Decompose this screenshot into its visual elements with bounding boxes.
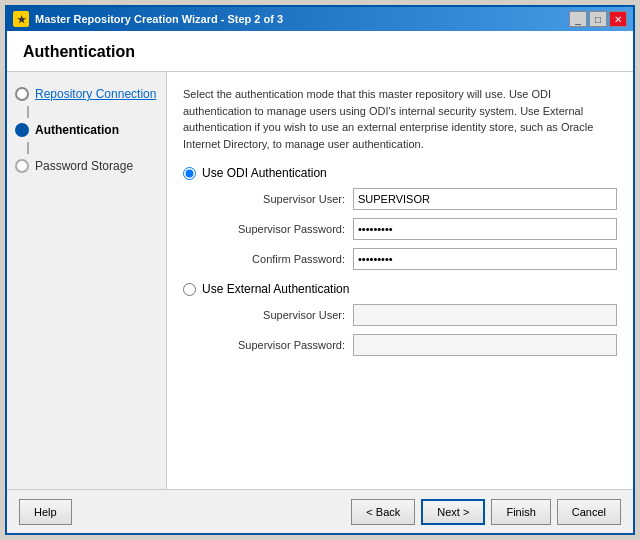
sidebar-label-authentication: Authentication (35, 123, 119, 137)
window-icon: ★ (13, 11, 29, 27)
sidebar-item-authentication[interactable]: Authentication (7, 118, 166, 142)
help-button[interactable]: Help (19, 499, 72, 525)
ext-supervisor-password-group: Supervisor Password: (183, 334, 617, 356)
odi-supervisor-password-label: Supervisor Password: (203, 223, 353, 235)
external-auth-radio-label[interactable]: Use External Authentication (183, 282, 617, 296)
odi-confirm-password-input[interactable] (353, 248, 617, 270)
step-icon-password (15, 159, 29, 173)
odi-auth-label: Use ODI Authentication (202, 166, 327, 180)
ext-supervisor-user-input[interactable] (353, 304, 617, 326)
content-area: Repository Connection Authentication Pas… (7, 72, 633, 489)
main-content: Select the authentication mode that this… (167, 72, 633, 489)
next-button[interactable]: Next > (421, 499, 485, 525)
minimize-button[interactable]: _ (569, 11, 587, 27)
window-title: Master Repository Creation Wizard - Step… (35, 13, 283, 25)
odi-auth-section: Use ODI Authentication Supervisor User: … (183, 166, 617, 270)
odi-supervisor-password-group: Supervisor Password: (183, 218, 617, 240)
sidebar-item-repository-connection[interactable]: Repository Connection (7, 82, 166, 106)
odi-supervisor-user-input[interactable] (353, 188, 617, 210)
maximize-button[interactable]: □ (589, 11, 607, 27)
page-title: Authentication (23, 43, 617, 61)
external-auth-radio[interactable] (183, 283, 196, 296)
title-controls: _ □ ✕ (569, 11, 627, 27)
back-button[interactable]: < Back (351, 499, 415, 525)
finish-button[interactable]: Finish (491, 499, 550, 525)
footer: Help < Back Next > Finish Cancel (7, 489, 633, 533)
ext-supervisor-user-label: Supervisor User: (203, 309, 353, 321)
sidebar-item-password-storage[interactable]: Password Storage (7, 154, 166, 178)
sidebar-label-password: Password Storage (35, 159, 133, 173)
wizard-window: ★ Master Repository Creation Wizard - St… (5, 5, 635, 535)
sidebar: Repository Connection Authentication Pas… (7, 72, 167, 489)
external-auth-label: Use External Authentication (202, 282, 349, 296)
ext-supervisor-user-group: Supervisor User: (183, 304, 617, 326)
page-header: Authentication (7, 31, 633, 72)
odi-supervisor-password-input[interactable] (353, 218, 617, 240)
close-button[interactable]: ✕ (609, 11, 627, 27)
ext-supervisor-password-input[interactable] (353, 334, 617, 356)
external-auth-section: Use External Authentication Supervisor U… (183, 282, 617, 356)
ext-supervisor-password-label: Supervisor Password: (203, 339, 353, 351)
title-bar: ★ Master Repository Creation Wizard - St… (7, 7, 633, 31)
description-text: Select the authentication mode that this… (183, 86, 617, 152)
odi-supervisor-user-label: Supervisor User: (203, 193, 353, 205)
connector-2 (27, 142, 29, 154)
step-icon-authentication (15, 123, 29, 137)
odi-confirm-password-group: Confirm Password: (183, 248, 617, 270)
sidebar-label-repository: Repository Connection (35, 87, 156, 101)
footer-right: < Back Next > Finish Cancel (351, 499, 621, 525)
cancel-button[interactable]: Cancel (557, 499, 621, 525)
step-icon-repository (15, 87, 29, 101)
odi-auth-radio[interactable] (183, 167, 196, 180)
odi-confirm-password-label: Confirm Password: (203, 253, 353, 265)
odi-auth-radio-label[interactable]: Use ODI Authentication (183, 166, 617, 180)
connector-1 (27, 106, 29, 118)
title-bar-left: ★ Master Repository Creation Wizard - St… (13, 11, 283, 27)
odi-supervisor-user-group: Supervisor User: (183, 188, 617, 210)
